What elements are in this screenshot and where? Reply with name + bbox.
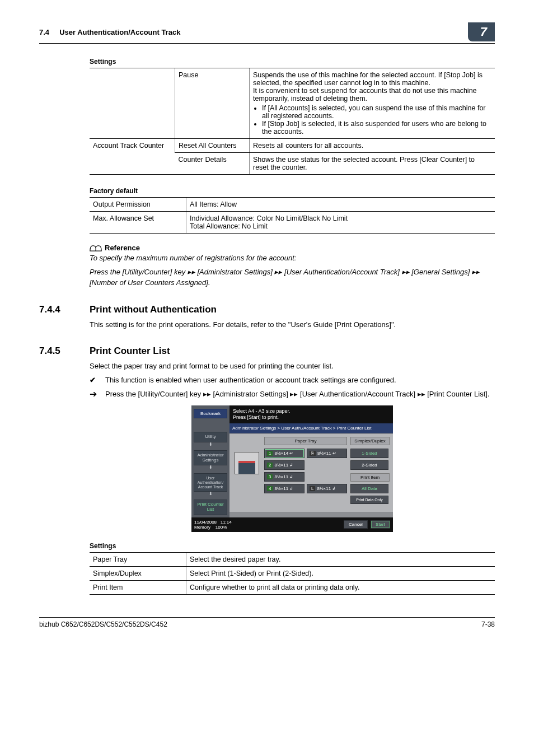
- table2-caption: Factory default: [90, 187, 495, 195]
- ss-instruction: Select A4 - A3 size paper. Press [Start]…: [229, 405, 393, 423]
- ss-bookmark-tab[interactable]: Bookmark: [194, 409, 227, 418]
- printer-icon: [235, 452, 259, 474]
- reference-label: Reference: [105, 244, 140, 252]
- reference-heading: Reference: [90, 244, 495, 252]
- reference-body: To specify the maximum number of registr…: [90, 253, 495, 288]
- ss-top-line2: Press [Start] to print.: [233, 414, 390, 421]
- page-footer: bizhub C652/C652DS/C552/C552DS/C452 7-38: [39, 617, 495, 628]
- arrow-step: ➔ Press the [Utility/Counter] key ▸▸ [Ad…: [90, 390, 495, 399]
- ss-sidebar: Bookmark Utility ⬇ Administrator Setting…: [191, 405, 229, 517]
- cell: Max. Allowance Set: [90, 212, 186, 234]
- cell: Select Print (1-Sided) or Print (2-Sided…: [186, 566, 495, 580]
- ss-col-printitem: Print Item: [350, 473, 390, 482]
- ss-col-papertray: Paper Tray: [264, 437, 347, 445]
- table-row: Print Item Configure whether to print al…: [90, 580, 495, 594]
- cell: Pause: [175, 68, 250, 139]
- check-icon: ✔: [90, 376, 97, 384]
- chevron-down-icon: ⬇: [194, 465, 227, 470]
- ss-tray-3[interactable]: 38½×11 ↲: [264, 472, 305, 482]
- section-745: 7.4.5 Print Counter List: [39, 346, 495, 357]
- ss-time: 11:14: [221, 520, 232, 525]
- ss-cancel-button[interactable]: Cancel: [344, 520, 368, 529]
- ss-main: Select A4 - A3 size paper. Press [Start]…: [229, 405, 393, 517]
- ss-status-bar: 11/04/2008 11:14 Memory 100% Cancel Star…: [191, 517, 393, 532]
- reference-line2: Press the [Utility/Counter] key ▸▸ [Admi…: [90, 267, 495, 288]
- chapter-number-box: 7: [468, 22, 495, 41]
- section-title: Print without Authentication: [90, 304, 217, 315]
- cell: Account Track Counter: [90, 139, 175, 175]
- ss-tray-2[interactable]: 28½×11 ↲: [264, 460, 305, 470]
- section-num: 7.4.4: [39, 304, 90, 315]
- ss-crumb-userauth[interactable]: User Authentication/ Account Track: [194, 473, 227, 492]
- cell: Reset All Counters: [175, 139, 250, 153]
- ss-alldata-button[interactable]: All Data: [350, 484, 388, 493]
- ss-2sided-button[interactable]: 2-Sided: [350, 460, 388, 470]
- cell: Select the desired paper tray.: [186, 552, 495, 566]
- cell: Output Permission: [90, 198, 186, 212]
- bullet: If [All Accounts] is selected, you can s…: [262, 104, 491, 120]
- arrow-icon: ➔: [90, 390, 97, 399]
- cell-paragraph: Suspends the use of this machine for the…: [253, 71, 483, 102]
- cell: Configure whether to print all data or p…: [186, 580, 495, 594]
- ss-crumb-utility[interactable]: Utility: [194, 432, 227, 442]
- section-744: 7.4.4 Print without Authentication: [39, 304, 495, 315]
- ss-tray-4[interactable]: 48½×11 ↲: [264, 484, 305, 493]
- cell: [90, 68, 175, 139]
- settings-table-1: Pause Suspends the use of this machine f…: [90, 68, 495, 175]
- ss-tray-bypass[interactable]: ⎘8½×11 ↵: [307, 449, 347, 458]
- ss-breadcrumb-bar: Administrator Settings > User Auth./Acco…: [229, 423, 393, 433]
- running-head: 7.4 User Authentication/Account Track: [39, 28, 180, 36]
- device-screenshot: Bookmark Utility ⬇ Administrator Setting…: [191, 405, 393, 532]
- table3-caption: Settings: [90, 542, 495, 550]
- footer-model: bizhub C652/C652DS/C552/C552DS/C452: [39, 620, 167, 628]
- cell: Counter Details: [175, 153, 250, 175]
- table-row: Paper Tray Select the desired paper tray…: [90, 552, 495, 566]
- ss-printdataonly-button[interactable]: Print Data Only: [350, 496, 388, 504]
- table1-caption: Settings: [90, 58, 495, 66]
- header-section-title: User Authentication/Account Track: [59, 28, 180, 36]
- ss-start-button[interactable]: Start: [371, 520, 390, 529]
- table-row: Max. Allowance Set Individual Allowance:…: [90, 212, 495, 234]
- header-section-num: 7.4: [39, 28, 49, 36]
- cell: Suspends the use of this machine for the…: [250, 68, 495, 139]
- reference-line1: To specify the maximum number of registr…: [90, 253, 495, 264]
- cell: All Items: Allow: [186, 198, 495, 212]
- table-row: Account Track Counter Reset All Counters…: [90, 139, 495, 153]
- table-row: Simplex/Duplex Select Print (1-Sided) or…: [90, 566, 495, 580]
- arrow-text: Press the [Utility/Counter] key ▸▸ [Admi…: [105, 390, 490, 399]
- chevron-down-icon: ⬇: [194, 492, 227, 496]
- footer-pagenum: 7-38: [481, 620, 495, 628]
- section-title: Print Counter List: [90, 346, 170, 357]
- page-header: 7.4 User Authentication/Account Track 7: [39, 22, 495, 44]
- cell: Paper Tray: [90, 552, 186, 566]
- cell: Print Item: [90, 580, 186, 594]
- settings-table-3: Paper Tray Select the desired paper tray…: [90, 552, 495, 595]
- cell: Simplex/Duplex: [90, 566, 186, 580]
- cell: Resets all counters for all accounts.: [250, 139, 495, 153]
- ss-crumb-admin[interactable]: Administrator Settings: [194, 450, 227, 466]
- ss-col-simplexduplex: Simplex/Duplex: [350, 437, 390, 445]
- ss-mem-label: Memory: [194, 525, 210, 530]
- bullet: If [Stop Job] is selected, it is also su…: [262, 120, 491, 136]
- ss-crumb-pcl[interactable]: Print Counter List: [194, 500, 227, 515]
- cell: Individual Allowance: Color No Limit/Bla…: [186, 212, 495, 234]
- ss-top-line1: Select A4 - A3 size paper.: [233, 408, 390, 414]
- chevron-down-icon: ⬇: [194, 442, 227, 447]
- ss-tray-1[interactable]: 18½×14 ↵: [264, 449, 305, 458]
- cell: Shows the use status for the selected ac…: [250, 153, 495, 175]
- table-row: Pause Suspends the use of this machine f…: [90, 68, 495, 139]
- ss-mem-value: 100%: [216, 525, 227, 530]
- section-num: 7.4.5: [39, 346, 90, 357]
- ss-1sided-button[interactable]: 1-Sided: [350, 449, 388, 458]
- section-744-body: This setting is for the print operations…: [90, 320, 495, 330]
- ss-tray-lct[interactable]: L8½×11 ↲: [307, 484, 347, 493]
- check-text: This function is enabled when user authe…: [105, 376, 396, 384]
- factory-default-table: Output Permission All Items: Allow Max. …: [90, 197, 495, 234]
- book-icon: [90, 244, 102, 252]
- table-row: Output Permission All Items: Allow: [90, 198, 495, 212]
- ss-date: 11/04/2008: [194, 520, 217, 525]
- section-745-p1: Select the paper tray and print format t…: [90, 361, 495, 371]
- checkmark-note: ✔ This function is enabled when user aut…: [90, 376, 495, 384]
